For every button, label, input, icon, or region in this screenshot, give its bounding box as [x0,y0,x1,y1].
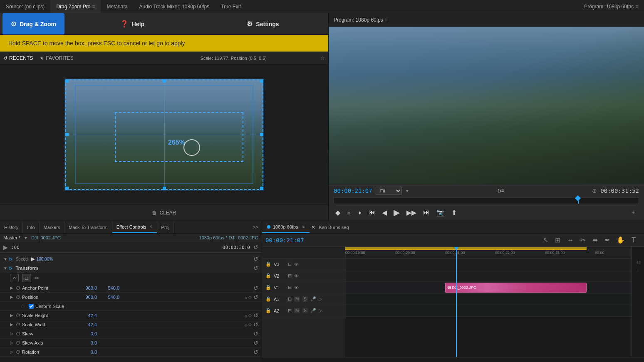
program-menu-icon[interactable]: ≡ [385,17,388,23]
go-start-button[interactable]: ⏮ [367,208,377,217]
position-diamond-icon[interactable]: ◇ [248,295,252,299]
speed-btn[interactable]: ▶ [31,256,35,262]
export-frame-button[interactable]: ⬆ [450,208,458,217]
rect-btn[interactable]: □ [22,274,31,282]
clear-button[interactable]: 🗑 CLEAR [152,210,176,216]
position-reset-icon[interactable]: ↺ [253,294,258,300]
sync-icon-v2[interactable]: ⊟ [288,273,292,278]
go-end-button[interactable]: ⏭ [421,208,431,217]
track-select-button[interactable]: ⊞ [553,235,562,245]
skew-stopwatch-icon[interactable]: ⏱ [16,331,20,336]
skew-axis-val[interactable]: 0,0 [76,340,97,345]
rotation-stopwatch-icon[interactable]: ⏱ [16,350,20,355]
add-button[interactable]: + [629,209,639,216]
tab-source[interactable]: Source: (no clips) [0,0,50,13]
next-frame-button[interactable]: ▶▶ [405,208,418,217]
lock-icon-v1[interactable]: 🔒 [265,285,271,290]
out-point-button[interactable]: ⬧ [356,208,364,217]
ellipse-btn[interactable]: ○ [10,274,19,282]
tab-program[interactable]: Program: 1080p 60fps ≡ [578,0,644,13]
uniform-scale-checkbox[interactable] [29,304,34,309]
star-icon[interactable]: ☆ [320,55,325,61]
tab-drag-zoom[interactable]: Drag Zoom Pro ≡ [50,0,101,13]
tab-history[interactable]: History [0,221,23,233]
skew-reset[interactable]: ↺ [253,330,258,337]
camera-button[interactable]: 📷 [435,208,446,217]
play-button[interactable]: ▶ [392,207,401,218]
tab-close-x[interactable]: ✕ [311,224,315,230]
lock-icon-a1[interactable]: 🔒 [265,296,271,302]
playhead-bar[interactable] [334,197,639,204]
timeline-current-time[interactable]: 00:00:21:07 [265,237,304,244]
rotation-val[interactable]: 0,0 [76,350,97,355]
in-point-button[interactable]: ⬦ [345,208,353,217]
eye-icon-v1[interactable]: 👁 [294,285,299,290]
transform-fx-icon[interactable]: fx [9,266,12,271]
tab-mask-to-transform[interactable]: Mask To Transform [64,221,112,233]
mic-icon-a2[interactable]: 🎤 [310,308,316,313]
section-header-transform[interactable]: ▼ fx Speed ▶ 100,00% ↺ [0,254,262,263]
timeline-bottom-scroll[interactable] [262,357,644,362]
sync-icon-v3[interactable]: ⊟ [288,261,292,267]
section-header-transform-2[interactable]: ▼ fx Transform ↺ [0,263,262,273]
lock-icon-v2[interactable]: 🔒 [265,273,271,278]
skew-axis-expand-icon[interactable]: ▷ [10,340,14,345]
recents-tab[interactable]: ↺ RECENTS [3,55,33,61]
position-link-icon[interactable]: ⬦ [244,294,248,300]
add-marker-button[interactable]: ◆ [334,208,342,217]
rotation-reset[interactable]: ↺ [253,349,258,355]
position-val1[interactable]: 960,0 [76,295,97,300]
pen-tool-timeline[interactable]: ✒ [603,235,612,245]
scale-height-stopwatch-icon[interactable]: ⏱ [16,313,20,318]
scale-height-diamond[interactable]: ◇ [248,313,252,318]
tab-true-exif[interactable]: True Exif [215,0,247,13]
razor-tool-button[interactable]: ✂ [579,235,587,245]
track-area[interactable]: 00:00:19:00 00:00:20:00 00:00:21:00 00:0… [345,247,632,357]
fx-toggle-icon[interactable]: fx [9,257,12,261]
sync-icon-v1[interactable]: ⊟ [288,285,292,290]
tab-audio-mixer[interactable]: Audio Track Mixer: 1080p 60fps [133,0,215,13]
position-stopwatch-icon[interactable]: ⏱ [16,295,20,300]
seq-menu-icon[interactable]: ≡ [302,224,305,229]
play-small-button[interactable]: ▶ [3,244,8,251]
tab-markers[interactable]: Markers [40,221,65,233]
type-tool-button[interactable]: T [630,236,637,245]
scale-width-expand-icon[interactable]: ▶ [10,322,14,327]
canvas-image[interactable]: 265% [64,79,264,191]
solo-btn-a2[interactable]: S [302,308,308,313]
master-dropdown-icon[interactable]: ▼ [24,236,28,240]
skew-axis-reset[interactable]: ↺ [253,340,258,346]
current-timecode[interactable]: 00:00:21:07 [334,187,372,194]
pen-btn[interactable]: ✏ [35,275,40,281]
clip-dji-0002[interactable]: 🖼 DJI_0002.JPG [445,283,587,293]
prev-frame-button[interactable]: ◀ [380,208,389,217]
mute-btn-a1[interactable]: M [294,296,300,302]
anchor-val1[interactable]: 960,0 [76,286,97,291]
rotation-expand-icon[interactable]: ▷ [10,350,14,354]
scale-width-diamond[interactable]: ◇ [248,322,252,327]
scale-height-link[interactable]: ⬦ [244,312,248,319]
scale-width-val[interactable]: 42,4 [76,322,97,327]
scale-width-reset[interactable]: ↺ [253,321,258,328]
skew-axis-stopwatch-icon[interactable]: ⏱ [16,340,20,345]
uniform-stopwatch-icon[interactable]: ⏱ [21,304,25,309]
mute-btn-a2[interactable]: M [294,308,300,313]
mic-icon-a1[interactable]: 🎤 [310,296,316,302]
tab-proj[interactable]: Proj [157,221,174,233]
help-button[interactable]: ❓ Help [67,13,198,34]
scale-height-expand-icon[interactable]: ▶ [10,313,14,318]
ripple-edit-button[interactable]: ↔ [565,236,575,245]
position-expand-icon[interactable]: ▶ [10,295,14,299]
scale-height-reset[interactable]: ↺ [253,312,258,319]
slip-tool-button[interactable]: ⬌ [591,235,599,245]
scale-height-val[interactable]: 42,4 [76,313,97,318]
lock-icon-v3[interactable]: 🔒 [265,261,271,267]
sync-icon-a2[interactable]: ⊟ [288,308,292,313]
timeline-playhead[interactable] [456,247,457,357]
tab-effect-controls[interactable]: Effect Controls ✕ [112,221,157,233]
anchor-reset-icon[interactable]: ↺ [253,285,258,291]
overflow-button[interactable]: >> [249,224,262,230]
eye-icon-v3[interactable]: 👁 [294,262,299,267]
anchor-val2[interactable]: 540,0 [99,286,119,291]
solo-btn-a1[interactable]: S [302,296,308,302]
